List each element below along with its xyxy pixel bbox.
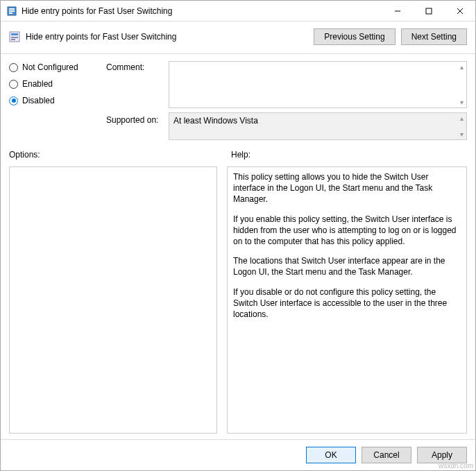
pane-labels: Options: Help:: [1, 147, 475, 162]
radio-icon: [9, 63, 18, 72]
window-controls: [382, 1, 475, 21]
options-label: Options:: [9, 150, 217, 160]
radio-icon: [9, 96, 18, 105]
next-setting-button[interactable]: Next Setting: [401, 28, 467, 45]
dialog-window: Hide entry points for Fast User Switchin…: [0, 0, 476, 471]
watermark: wsxdn.com: [439, 462, 473, 470]
comment-label: Comment:: [106, 61, 162, 108]
radio-disabled[interactable]: Disabled: [9, 96, 99, 105]
policy-title: Hide entry points for Fast User Switchin…: [26, 32, 314, 42]
radio-label: Not Configured: [22, 62, 78, 72]
maximize-button[interactable]: [413, 1, 444, 21]
radio-label: Enabled: [22, 79, 53, 89]
help-paragraph: If you enable this policy setting, the S…: [233, 214, 461, 248]
help-label: Help:: [231, 150, 250, 160]
minimize-button[interactable]: [382, 1, 413, 21]
window-title: Hide entry points for Fast User Switchin…: [22, 6, 382, 16]
supported-label: Supported on:: [106, 112, 162, 125]
comment-textarea[interactable]: ▴ ▾: [169, 61, 467, 108]
svg-rect-5: [426, 8, 432, 14]
help-paragraph: If you disable or do not configure this …: [233, 286, 461, 320]
header: Hide entry points for Fast User Switchin…: [1, 22, 475, 54]
radio-enabled[interactable]: Enabled: [9, 79, 99, 89]
policy-icon: [9, 31, 20, 42]
radio-icon: [9, 80, 18, 89]
app-icon: [6, 6, 17, 17]
nav-buttons: Previous Setting Next Setting: [314, 28, 467, 45]
supported-row: Supported on: At least Windows Vista ▴ ▾: [1, 108, 475, 147]
config-row: Not Configured Enabled Disabled Comment:…: [1, 54, 475, 108]
svg-rect-2: [9, 10, 15, 12]
svg-rect-10: [11, 37, 18, 38]
cancel-button[interactable]: Cancel: [362, 447, 411, 463]
titlebar: Hide entry points for Fast User Switchin…: [1, 1, 475, 22]
scroll-up-icon: ▴: [460, 114, 464, 122]
help-pane[interactable]: This policy setting allows you to hide t…: [227, 166, 467, 434]
apply-button[interactable]: Apply: [417, 447, 467, 463]
supported-on-field: At least Windows Vista ▴ ▾: [169, 112, 467, 140]
help-paragraph: This policy setting allows you to hide t…: [233, 171, 461, 205]
radio-not-configured[interactable]: Not Configured: [9, 62, 99, 72]
footer: OK Cancel Apply: [1, 439, 475, 470]
svg-rect-3: [9, 12, 12, 14]
close-button[interactable]: [444, 1, 475, 21]
panes: This policy setting allows you to hide t…: [1, 162, 475, 439]
svg-rect-11: [11, 39, 15, 40]
svg-rect-9: [11, 33, 18, 35]
svg-rect-1: [9, 8, 15, 10]
scroll-down-icon: ▾: [460, 130, 464, 138]
supported-value: At least Windows Vista: [173, 116, 258, 126]
previous-setting-button[interactable]: Previous Setting: [314, 28, 395, 45]
comment-field-wrap: ▴ ▾: [169, 61, 467, 108]
scroll-down-icon: ▾: [460, 99, 464, 106]
options-pane[interactable]: [9, 166, 217, 434]
state-radio-group: Not Configured Enabled Disabled: [9, 61, 99, 108]
scroll-up-icon: ▴: [460, 63, 464, 71]
radio-label: Disabled: [22, 96, 55, 105]
help-paragraph: The locations that Switch User interface…: [233, 255, 461, 277]
ok-button[interactable]: OK: [306, 447, 356, 463]
